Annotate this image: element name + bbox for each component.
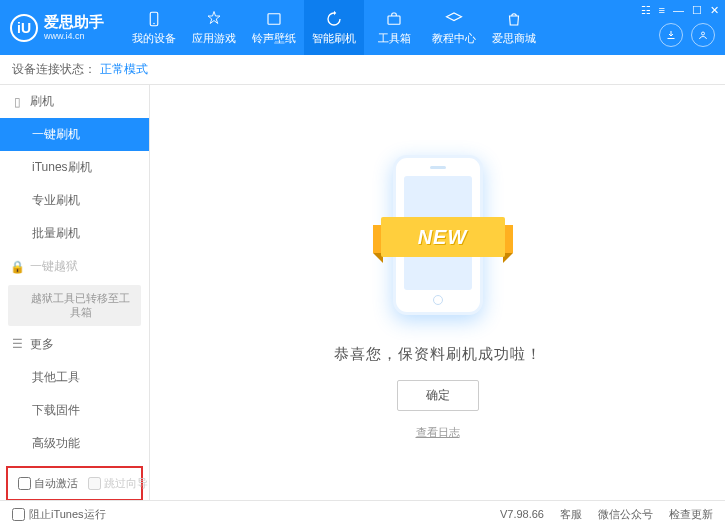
close-icon[interactable]: ✕ xyxy=(710,4,719,17)
jailbreak-note: 越狱工具已转移至工具箱 xyxy=(8,285,141,326)
sidebar: ▯ 刷机 一键刷机 iTunes刷机 专业刷机 批量刷机 🔒 一键越狱 越狱工具… xyxy=(0,85,150,500)
section-label: 更多 xyxy=(30,336,54,353)
download-button[interactable] xyxy=(659,23,683,47)
phone-icon xyxy=(145,10,163,28)
main-nav: 我的设备 应用游戏 铃声壁纸 智能刷机 工具箱 教程中心 爱思商城 xyxy=(124,0,544,55)
sidebar-item-batch[interactable]: 批量刷机 xyxy=(0,217,149,250)
nav-apps[interactable]: 应用游戏 xyxy=(184,0,244,55)
footer-wechat[interactable]: 微信公众号 xyxy=(598,507,653,522)
minimize-icon[interactable]: — xyxy=(673,4,684,17)
sidebar-item-oneclick[interactable]: 一键刷机 xyxy=(0,118,149,151)
nav-label: 应用游戏 xyxy=(192,31,236,46)
skip-guide-checkbox[interactable]: 跳过向导 xyxy=(88,476,148,491)
footer: 阻止iTunes运行 V7.98.66 客服 微信公众号 检查更新 xyxy=(0,500,725,527)
svg-rect-3 xyxy=(388,16,400,24)
sidebar-item-download[interactable]: 下载固件 xyxy=(0,394,149,427)
block-itunes-checkbox[interactable]: 阻止iTunes运行 xyxy=(12,507,106,522)
nav-label: 铃声壁纸 xyxy=(252,31,296,46)
view-log-link[interactable]: 查看日志 xyxy=(416,425,460,440)
auto-activate-checkbox[interactable]: 自动激活 xyxy=(18,476,78,491)
svg-rect-2 xyxy=(268,13,280,24)
status-bar: 设备连接状态： 正常模式 xyxy=(0,55,725,85)
section-label: 一键越狱 xyxy=(30,258,78,275)
nav-label: 智能刷机 xyxy=(312,31,356,46)
phone-icon: ▯ xyxy=(10,95,24,109)
status-mode: 正常模式 xyxy=(100,61,148,78)
window-controls: ☷ ≡ — ☐ ✕ xyxy=(641,4,719,17)
sidebar-item-itunes[interactable]: iTunes刷机 xyxy=(0,151,149,184)
nav-my-device[interactable]: 我的设备 xyxy=(124,0,184,55)
nav-label: 爱思商城 xyxy=(492,31,536,46)
maximize-icon[interactable]: ☐ xyxy=(692,4,702,17)
nav-flash[interactable]: 智能刷机 xyxy=(304,0,364,55)
sidebar-section-jailbreak[interactable]: 🔒 一键越狱 xyxy=(0,250,149,283)
section-label: 刷机 xyxy=(30,93,54,110)
success-illustration: NEW xyxy=(368,145,508,325)
image-icon xyxy=(265,10,283,28)
app-icon xyxy=(205,10,223,28)
sidebar-item-other[interactable]: 其他工具 xyxy=(0,361,149,394)
list-icon: ☰ xyxy=(10,337,24,351)
lock-icon: 🔒 xyxy=(10,260,24,274)
options-box: 自动激活 跳过向导 xyxy=(6,466,143,500)
sidebar-section-flash[interactable]: ▯ 刷机 xyxy=(0,85,149,118)
nav-store[interactable]: 爱思商城 xyxy=(484,0,544,55)
svg-point-4 xyxy=(702,32,705,35)
status-label: 设备连接状态： xyxy=(12,61,96,78)
footer-support[interactable]: 客服 xyxy=(560,507,582,522)
nav-label: 工具箱 xyxy=(378,31,411,46)
logo-icon: iU xyxy=(10,14,38,42)
success-message: 恭喜您，保资料刷机成功啦！ xyxy=(334,345,542,364)
nav-ringtone[interactable]: 铃声壁纸 xyxy=(244,0,304,55)
user-button[interactable] xyxy=(691,23,715,47)
svg-point-1 xyxy=(153,22,155,24)
nav-label: 教程中心 xyxy=(432,31,476,46)
bag-icon xyxy=(505,10,523,28)
app-header: iU 爱思助手 www.i4.cn 我的设备 应用游戏 铃声壁纸 智能刷机 工具… xyxy=(0,0,725,55)
nav-tutorial[interactable]: 教程中心 xyxy=(424,0,484,55)
menu-icon[interactable]: ☷ xyxy=(641,4,651,17)
app-title: 爱思助手 xyxy=(44,14,104,31)
version-label: V7.98.66 xyxy=(500,508,544,520)
app-subtitle: www.i4.cn xyxy=(44,31,104,41)
nav-toolbox[interactable]: 工具箱 xyxy=(364,0,424,55)
sidebar-item-advanced[interactable]: 高级功能 xyxy=(0,427,149,460)
graduation-icon xyxy=(445,10,463,28)
sidebar-section-more[interactable]: ☰ 更多 xyxy=(0,328,149,361)
footer-update[interactable]: 检查更新 xyxy=(669,507,713,522)
nav-label: 我的设备 xyxy=(132,31,176,46)
main-content: NEW 恭喜您，保资料刷机成功啦！ 确定 查看日志 xyxy=(150,85,725,500)
settings-icon[interactable]: ≡ xyxy=(659,4,665,17)
sidebar-item-pro[interactable]: 专业刷机 xyxy=(0,184,149,217)
briefcase-icon xyxy=(385,10,403,28)
ok-button[interactable]: 确定 xyxy=(397,380,479,411)
logo: iU 爱思助手 www.i4.cn xyxy=(10,14,104,42)
refresh-icon xyxy=(325,10,343,28)
